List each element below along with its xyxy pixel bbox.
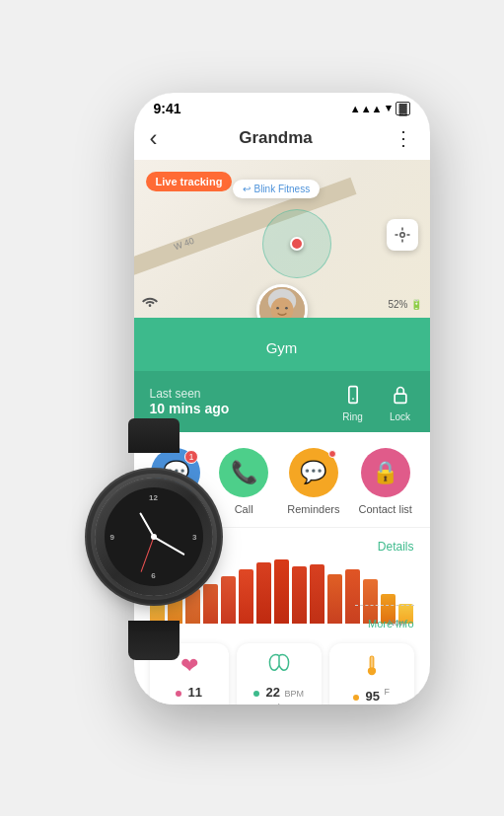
reminders-button[interactable]: 💬 Reminders: [287, 448, 339, 515]
clock-6: 6: [151, 571, 155, 580]
reminders-icon: 💬: [289, 448, 338, 497]
temp-dot: [353, 695, 359, 701]
reminders-badge: [328, 450, 336, 458]
breath-value-row: 22 BPM: [245, 683, 314, 701]
live-tracking-badge: Live tracking: [146, 172, 233, 191]
breath-rate-card: 22 BPM Breath rate: [237, 643, 322, 705]
satellite-button[interactable]: [387, 219, 418, 251]
svg-point-5: [285, 306, 288, 309]
svg-rect-6: [348, 386, 356, 403]
breath-dot: [253, 691, 259, 697]
watch-strap-top: [128, 418, 180, 453]
watch-case: 12 3 6 9: [95, 478, 213, 596]
signal-icon: ▲▲▲: [350, 103, 383, 114]
dashed-line: [355, 605, 414, 606]
map-area: W 40 Live tracking ↩ Blink Fitness: [134, 160, 430, 318]
minute-hand: [153, 536, 184, 555]
svg-point-7: [352, 398, 354, 400]
lock-action[interactable]: Lock: [387, 381, 414, 422]
person-avatar: [256, 284, 308, 318]
status-time: 9:41: [154, 101, 181, 116]
heart-label: Heart rate: [158, 703, 221, 705]
svg-point-11: [367, 666, 375, 674]
clock-center: [151, 534, 157, 540]
chart-bar: [274, 559, 289, 624]
contact-list-icon: 🔒: [361, 448, 410, 497]
svg-point-0: [399, 232, 404, 237]
battery-bar-icon: 🔋: [410, 299, 422, 310]
chart-bar: [292, 566, 307, 624]
clock-9: 9: [110, 532, 114, 541]
battery-status: 52% 🔋: [388, 299, 421, 310]
temperature-card: 95 F Temperature: [329, 643, 414, 705]
lungs-icon: [245, 653, 314, 679]
heart-dot: [176, 691, 181, 697]
last-seen-time: 10 mins ago: [150, 401, 230, 416]
heart-value: 11: [158, 683, 221, 701]
activity-details-link[interactable]: Details: [378, 540, 414, 554]
more-menu-button[interactable]: ⋮: [394, 126, 413, 150]
status-bar: 9:41 ▲▲▲ ▾ ▓: [134, 93, 430, 120]
wifi-icon: ▾: [386, 102, 392, 114]
fitness-bubble[interactable]: ↩ Blink Fitness: [233, 180, 321, 198]
back-button[interactable]: ‹: [150, 124, 158, 152]
top-nav: ‹ Grandma ⋮: [134, 120, 430, 160]
chart-bar: [327, 574, 342, 624]
more-info-link[interactable]: More Info: [368, 618, 413, 630]
back-arrow-icon: ↩: [243, 184, 251, 194]
battery-percent: 52%: [388, 299, 407, 310]
clock-3: 3: [192, 532, 196, 541]
svg-rect-8: [395, 394, 406, 403]
chart-bar: [310, 564, 324, 624]
info-bar: Gym: [134, 318, 430, 371]
svg-rect-12: [370, 656, 372, 667]
temp-value-row: 95 F: [337, 687, 406, 705]
battery-icon: ▓: [396, 102, 409, 115]
map-wifi-icon: [142, 294, 158, 310]
location-circle: [262, 209, 331, 278]
clock-12: 12: [149, 493, 158, 502]
watch-face: 12 3 6 9: [105, 487, 203, 586]
lock-label: Lock: [390, 411, 410, 422]
ring-action[interactable]: Ring: [339, 381, 367, 422]
chart-bar: [345, 569, 360, 624]
location-name: Gym: [266, 339, 298, 356]
second-hand: [140, 536, 154, 571]
temp-icon: [337, 653, 406, 683]
ring-label: Ring: [342, 411, 363, 422]
contact-list-label: Contact list: [359, 503, 412, 515]
watch-overlay: 12 3 6 9: [75, 448, 272, 645]
watch-strap-bottom: [128, 621, 180, 660]
status-icons: ▲▲▲ ▾ ▓: [350, 102, 410, 115]
reminders-label: Reminders: [287, 503, 339, 515]
location-dot: [290, 237, 304, 251]
ring-icon: [339, 381, 367, 408]
svg-point-4: [276, 306, 279, 309]
page-title: Grandma: [239, 128, 313, 148]
fitness-name: Blink Fitness: [254, 184, 311, 194]
breath-label: Breath rate: [245, 703, 314, 705]
lock-icon: [387, 381, 414, 408]
last-seen-label: Last seen: [150, 387, 230, 401]
contact-list-button[interactable]: 🔒 Contact list: [359, 448, 412, 515]
action-icons: Ring Lock: [339, 381, 414, 422]
last-seen-text: Last seen 10 mins ago: [150, 387, 230, 416]
